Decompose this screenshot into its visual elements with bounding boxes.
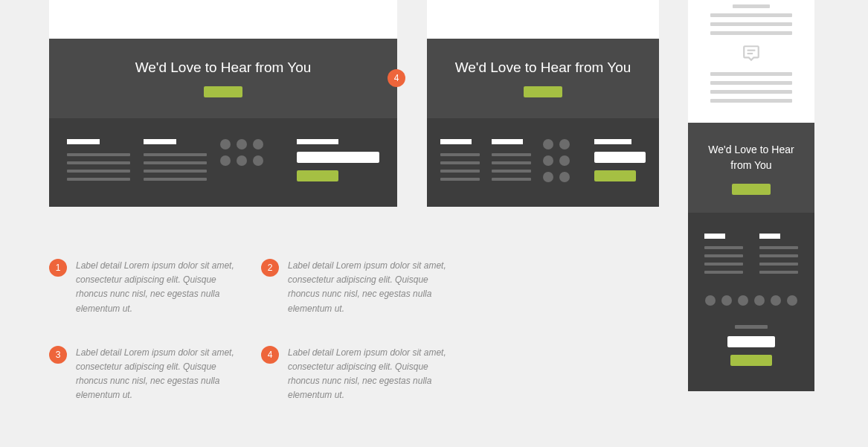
social-icon[interactable] <box>543 139 553 149</box>
social-icon[interactable] <box>237 155 247 166</box>
social-icon[interactable] <box>559 139 570 149</box>
wireframe-desktop-footer: We'd Love to Hear from You <box>49 39 397 207</box>
footer-column <box>759 234 798 279</box>
cta-title: We'd Love to Hear from You <box>49 60 397 76</box>
placeholder-line <box>704 254 743 257</box>
submit-button[interactable] <box>594 170 636 181</box>
social-icon[interactable] <box>220 155 231 166</box>
annotation-note: 3 Label detail Lorem ipsum dolor sit ame… <box>49 346 239 403</box>
social-icon[interactable] <box>559 172 570 182</box>
email-input[interactable] <box>594 152 646 163</box>
placeholder-line <box>440 170 480 173</box>
footer-columns <box>704 234 798 279</box>
annotation-badge: 3 <box>49 346 67 364</box>
social-icon[interactable] <box>705 295 716 306</box>
footer-section <box>688 213 814 391</box>
social-icon[interactable] <box>220 139 231 149</box>
cta-button[interactable] <box>204 86 242 97</box>
placeholder-line <box>759 271 798 274</box>
annotation-note: 1 Label detail Lorem ipsum dolor sit ame… <box>49 259 239 316</box>
footer-column <box>144 139 207 186</box>
social-icons <box>543 139 582 186</box>
placeholder-line <box>710 90 792 94</box>
footer-section <box>49 118 397 207</box>
annotation-note: 4 Label detail Lorem ipsum dolor sit ame… <box>261 346 451 403</box>
placeholder-line <box>733 4 770 8</box>
placeholder-heading <box>759 234 780 239</box>
placeholder-heading <box>297 139 338 144</box>
social-icon[interactable] <box>738 295 748 306</box>
social-icon[interactable] <box>771 295 781 306</box>
wireframe-card-tablet <box>427 0 659 39</box>
placeholder-line <box>144 178 207 181</box>
annotation-text: Label detail Lorem ipsum dolor sit amet,… <box>288 346 451 403</box>
placeholder-line <box>67 153 130 156</box>
placeholder-line <box>704 263 743 266</box>
placeholder-line <box>704 246 743 249</box>
email-input[interactable] <box>727 336 775 347</box>
social-icon[interactable] <box>543 155 553 166</box>
placeholder-line <box>440 161 480 164</box>
placeholder-heading <box>735 325 768 329</box>
cta-section: We'd Love to Hear from You <box>688 123 814 213</box>
placeholder-heading <box>440 139 472 144</box>
footer-column <box>492 139 531 186</box>
placeholder-line <box>144 153 207 156</box>
placeholder-line <box>759 263 798 266</box>
social-icon[interactable] <box>543 172 553 182</box>
placeholder-line <box>710 22 792 26</box>
wireframe-mobile: We'd Love to Hear from You <box>688 0 814 391</box>
placeholder-heading <box>492 139 523 144</box>
wireframe-tablet-footer: We'd Love to Hear from You <box>427 39 659 207</box>
annotation-marker-4: 4 <box>388 69 405 87</box>
annotation-badge: 1 <box>49 259 67 277</box>
placeholder-heading <box>594 139 631 144</box>
cta-button[interactable] <box>732 184 771 195</box>
placeholder-line <box>710 31 792 35</box>
social-icon[interactable] <box>721 295 732 306</box>
submit-button[interactable] <box>730 355 772 366</box>
cta-title: We'd Love to Hear from You <box>427 60 659 76</box>
annotation-note: 2 Label detail Lorem ipsum dolor sit ame… <box>261 259 451 316</box>
footer-section <box>427 118 659 207</box>
placeholder-line <box>710 13 792 17</box>
social-icon[interactable] <box>253 139 263 149</box>
placeholder-line <box>67 170 130 173</box>
placeholder-line <box>759 254 798 257</box>
social-icon[interactable] <box>253 155 263 166</box>
placeholder-line <box>144 170 207 173</box>
social-icon[interactable] <box>787 295 797 306</box>
footer-column <box>440 139 480 186</box>
placeholder-line <box>710 99 792 103</box>
placeholder-line <box>492 170 531 173</box>
placeholder-line <box>440 178 480 181</box>
cta-section: We'd Love to Hear from You <box>427 39 659 118</box>
placeholder-heading <box>144 139 176 144</box>
footer-column <box>704 234 743 279</box>
placeholder-heading <box>704 234 725 239</box>
placeholder-line <box>144 161 207 164</box>
cta-button[interactable] <box>524 86 562 97</box>
annotation-badge: 2 <box>261 259 279 277</box>
placeholder-heading <box>67 139 100 144</box>
placeholder-line <box>492 178 531 181</box>
cta-section: We'd Love to Hear from You <box>49 39 397 118</box>
social-icons <box>220 139 283 186</box>
social-icon[interactable] <box>237 139 247 149</box>
annotation-badge: 4 <box>261 346 279 364</box>
annotation-text: Label detail Lorem ipsum dolor sit amet,… <box>76 259 239 316</box>
placeholder-line <box>67 161 130 164</box>
social-icon[interactable] <box>754 295 765 306</box>
submit-button[interactable] <box>297 170 338 181</box>
mobile-content <box>688 0 814 123</box>
placeholder-line <box>710 72 792 76</box>
social-icon[interactable] <box>559 155 570 166</box>
footer-column <box>67 139 130 186</box>
wireframe-card-desktop <box>49 0 397 39</box>
email-input[interactable] <box>297 152 379 163</box>
annotation-text: Label detail Lorem ipsum dolor sit amet,… <box>76 346 239 403</box>
annotation-text: Label detail Lorem ipsum dolor sit amet,… <box>288 259 451 316</box>
annotation-notes: 1 Label detail Lorem ipsum dolor sit ame… <box>49 259 451 403</box>
placeholder-line <box>67 178 130 181</box>
newsletter-form <box>704 325 798 369</box>
